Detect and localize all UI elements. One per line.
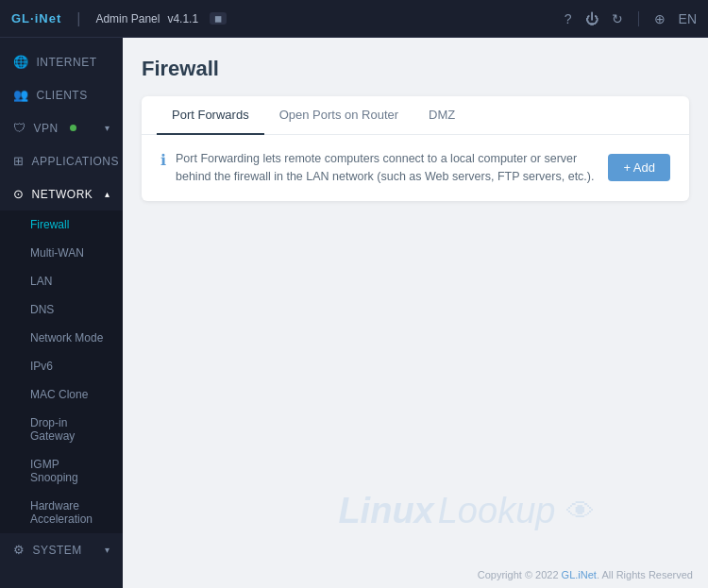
- globe-icon[interactable]: ⊕: [654, 11, 666, 26]
- sidebar-subitem-ipv6[interactable]: IPv6: [0, 352, 123, 380]
- network-submenu: Firewall Multi-WAN LAN DNS Network Mode …: [0, 210, 123, 533]
- admin-panel-label: Admin Panel: [95, 12, 160, 25]
- sidebar-label-clients: CLIENTS: [37, 89, 88, 102]
- footer-copyright: Copyright © 2022: [478, 569, 559, 580]
- tab-open-ports[interactable]: Open Ports on Router: [264, 96, 413, 135]
- info-left: ℹ Port Forwarding lets remote computers …: [160, 150, 600, 186]
- header-icons: ? ⏻ ↻ ⊕ EN: [565, 11, 697, 26]
- network-arrow-icon: ▴: [105, 189, 110, 199]
- watermark: LinuxLookup 👁: [338, 491, 595, 531]
- clients-icon: 👥: [13, 88, 29, 102]
- watermark-linux: Linux: [338, 491, 433, 531]
- version-text: v4.1.1: [167, 12, 198, 25]
- header: GL·iNet | Admin Panel v4.1.1 ◼ ? ⏻ ↻ ⊕ E…: [0, 0, 708, 38]
- sidebar-subitem-firewall[interactable]: Firewall: [0, 210, 123, 239]
- sidebar-item-clients[interactable]: 👥 CLIENTS: [0, 78, 123, 111]
- page-title: Firewall: [142, 57, 689, 81]
- sidebar-subitem-multi-wan[interactable]: Multi-WAN: [0, 239, 123, 267]
- sidebar-item-system[interactable]: ⚙ SYSTEM ▾: [0, 533, 123, 566]
- info-description: Port Forwarding lets remote computers co…: [176, 150, 600, 186]
- sidebar-label-internet: INTERNET: [37, 56, 97, 69]
- firewall-card: Port Forwards Open Ports on Router DMZ ℹ…: [142, 96, 689, 201]
- header-divider: [638, 11, 639, 26]
- footer-suffix: . All Rights Reserved: [597, 569, 693, 580]
- add-button[interactable]: + Add: [608, 154, 670, 181]
- tab-dmz[interactable]: DMZ: [413, 96, 470, 135]
- sidebar-label-system: SYSTEM: [33, 544, 82, 557]
- logo-divider: |: [76, 10, 80, 27]
- watermark-eye-icon: 👁: [566, 496, 595, 528]
- sidebar-subitem-dns[interactable]: DNS: [0, 295, 123, 324]
- internet-icon: 🌐: [13, 55, 29, 69]
- footer-link[interactable]: GL.iNet: [562, 569, 597, 580]
- main-layout: 🌐 INTERNET 👥 CLIENTS 🛡 VPN ▾ ⊞ APPLICATI…: [0, 38, 708, 588]
- content-area: Firewall Port Forwards Open Ports on Rou…: [123, 38, 708, 588]
- sidebar-subitem-drop-in-gateway[interactable]: Drop-in Gateway: [0, 409, 123, 450]
- vpn-icon: 🛡: [13, 121, 26, 135]
- network-icon: ⊙: [13, 187, 25, 201]
- info-box: ℹ Port Forwarding lets remote computers …: [142, 135, 689, 201]
- language-selector[interactable]: EN: [679, 11, 697, 26]
- system-icon: ⚙: [13, 543, 25, 557]
- sidebar-label-vpn: VPN: [34, 122, 59, 135]
- sidebar-item-applications[interactable]: ⊞ APPLICATIONS ▾: [0, 144, 123, 177]
- tab-bar: Port Forwards Open Ports on Router DMZ: [142, 96, 689, 135]
- sidebar-label-applications: APPLICATIONS: [32, 155, 119, 168]
- help-icon[interactable]: ?: [565, 11, 572, 26]
- sidebar-subitem-hardware-acceleration[interactable]: Hardware Acceleration: [0, 492, 123, 533]
- logo-area: GL·iNet | Admin Panel v4.1.1 ◼: [11, 10, 227, 27]
- info-icon: ℹ: [160, 151, 166, 169]
- vpn-status-dot: [70, 125, 76, 131]
- sidebar-subitem-mac-clone[interactable]: MAC Clone: [0, 380, 123, 409]
- refresh-icon[interactable]: ↻: [612, 11, 623, 26]
- sidebar-item-vpn[interactable]: 🛡 VPN ▾: [0, 111, 123, 144]
- footer: Copyright © 2022 GL.iNet. All Rights Res…: [463, 562, 708, 588]
- power-icon[interactable]: ⏻: [585, 11, 598, 26]
- logo-text: GL·iNet: [11, 11, 61, 25]
- version-badge: ◼: [210, 12, 227, 25]
- vpn-arrow-icon: ▾: [105, 123, 110, 133]
- watermark-lookup: Lookup: [438, 491, 556, 531]
- system-arrow-icon: ▾: [105, 545, 110, 555]
- sidebar-subitem-network-mode[interactable]: Network Mode: [0, 324, 123, 352]
- sidebar-subitem-igmp-snooping[interactable]: IGMP Snooping: [0, 450, 123, 492]
- sidebar-subitem-lan[interactable]: LAN: [0, 267, 123, 295]
- sidebar-item-internet[interactable]: 🌐 INTERNET: [0, 45, 123, 78]
- applications-icon: ⊞: [13, 154, 25, 168]
- sidebar-item-network[interactable]: ⊙ NETWORK ▴: [0, 177, 123, 210]
- sidebar: 🌐 INTERNET 👥 CLIENTS 🛡 VPN ▾ ⊞ APPLICATI…: [0, 38, 123, 588]
- sidebar-label-network: NETWORK: [32, 188, 93, 201]
- tab-port-forwards[interactable]: Port Forwards: [157, 96, 264, 135]
